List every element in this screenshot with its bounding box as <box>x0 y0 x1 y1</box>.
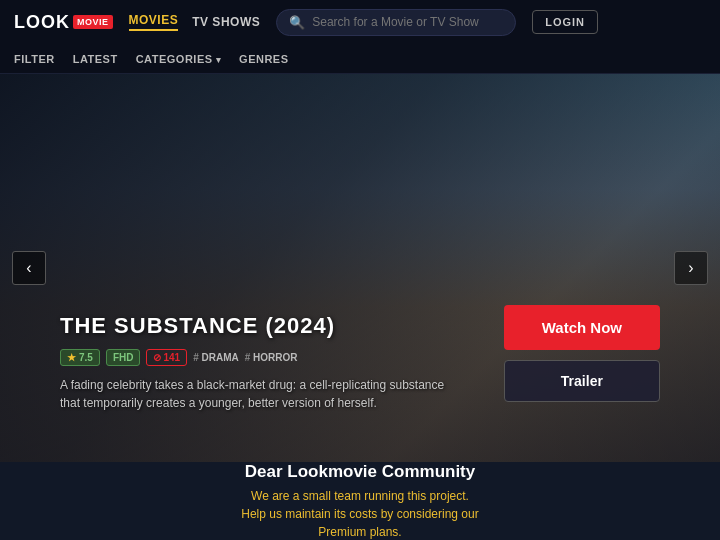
badges-row: ★ 7.5 FHD ⊘ 141 DRAMA HORROR <box>60 349 450 366</box>
subnav-genres[interactable]: GENRES <box>239 53 288 65</box>
hero-prev-button[interactable]: ‹ <box>12 251 46 285</box>
navbar: LOOK MOVIE MOVIES TV SHOWS 🔍 LOGIN <box>0 0 720 44</box>
star-icon: ★ <box>67 352 76 363</box>
movie-title: THE SUBSTANCE (2024) <box>60 313 450 339</box>
search-bar[interactable]: 🔍 <box>276 9 516 36</box>
rating-badge: ★ 7.5 <box>60 349 100 366</box>
quality-badge: FHD <box>106 349 141 366</box>
search-input[interactable] <box>312 15 503 29</box>
logo-look: LOOK <box>14 12 70 33</box>
tag-horror: HORROR <box>245 352 298 363</box>
logo-movie: MOVIE <box>73 15 113 29</box>
hero-section: ‹ › THE SUBSTANCE (2024) ★ 7.5 FHD ⊘ 141… <box>0 74 720 462</box>
tag-drama: DRAMA <box>193 352 239 363</box>
nav-movies[interactable]: MOVIES <box>129 13 179 31</box>
age-value: 141 <box>163 352 180 363</box>
search-icon: 🔍 <box>289 15 305 30</box>
login-button[interactable]: LOGIN <box>532 10 598 34</box>
subnav: FILTER LATEST CATEGORIES GENRES <box>0 44 720 74</box>
watch-now-button[interactable]: Watch Now <box>504 305 660 350</box>
community-title: Dear Lookmovie Community <box>20 462 700 482</box>
nav-tv-shows[interactable]: TV SHOWS <box>192 15 260 29</box>
hero-content: THE SUBSTANCE (2024) ★ 7.5 FHD ⊘ 141 DRA… <box>60 313 450 412</box>
rating-value: 7.5 <box>79 352 93 363</box>
age-icon: ⊘ <box>153 352 161 363</box>
hero-next-button[interactable]: › <box>674 251 708 285</box>
age-badge: ⊘ 141 <box>146 349 187 366</box>
logo[interactable]: LOOK MOVIE <box>14 12 113 33</box>
subnav-filter[interactable]: FILTER <box>14 53 55 65</box>
movie-description: A fading celebrity takes a black-market … <box>60 376 450 412</box>
hero-cta: Watch Now Trailer <box>504 305 660 402</box>
subnav-latest[interactable]: LATEST <box>73 53 118 65</box>
community-text: We are a small team running this project… <box>20 487 700 541</box>
subnav-categories[interactable]: CATEGORIES <box>136 53 221 65</box>
community-banner: Dear Lookmovie Community We are a small … <box>0 462 720 540</box>
trailer-button[interactable]: Trailer <box>504 360 660 402</box>
nav-links: MOVIES TV SHOWS <box>129 13 261 31</box>
